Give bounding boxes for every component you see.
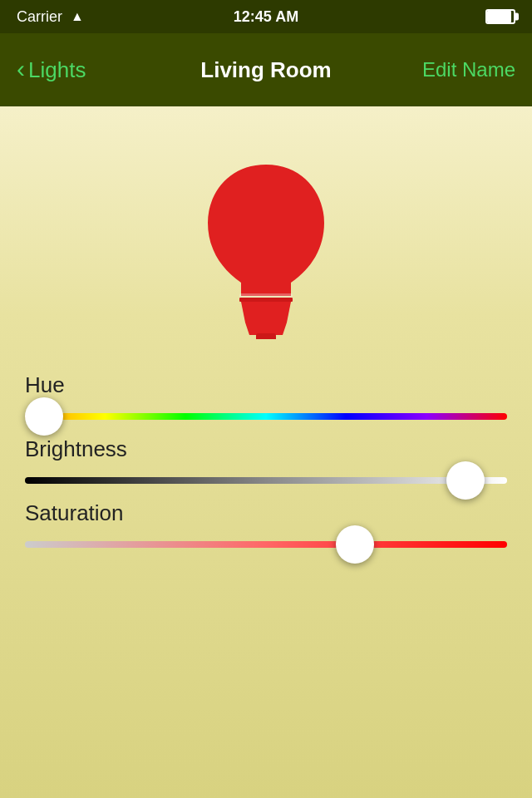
- saturation-slider[interactable]: [25, 541, 507, 548]
- main-content: Hue Brightness Saturation: [0, 106, 532, 798]
- page-title: Living Room: [133, 57, 399, 83]
- svg-rect-2: [256, 333, 276, 339]
- status-time: 12:45 AM: [234, 8, 298, 26]
- status-left: Carrier ▲: [17, 8, 84, 26]
- carrier-label: Carrier: [17, 8, 62, 26]
- brightness-label: Brightness: [25, 436, 507, 462]
- hue-slider-wrapper: [25, 413, 507, 420]
- saturation-section: Saturation: [25, 500, 507, 548]
- chevron-left-icon: ‹: [17, 57, 25, 81]
- nav-bar: ‹ Lights Living Room Edit Name: [0, 33, 532, 106]
- status-bar: Carrier ▲ 12:45 AM: [0, 0, 532, 33]
- bulb-container: [25, 131, 507, 364]
- battery-icon: [485, 9, 515, 24]
- svg-rect-1: [239, 298, 293, 302]
- back-label: Lights: [28, 57, 86, 83]
- saturation-label: Saturation: [25, 500, 507, 526]
- back-button[interactable]: ‹ Lights: [17, 57, 133, 83]
- hue-label: Hue: [25, 372, 507, 398]
- brightness-slider-wrapper: [25, 477, 507, 484]
- battery-fill: [487, 11, 511, 22]
- saturation-slider-wrapper: [25, 541, 507, 548]
- edit-name-button[interactable]: Edit Name: [399, 58, 515, 81]
- wifi-icon: ▲: [71, 9, 84, 24]
- brightness-slider[interactable]: [25, 477, 507, 484]
- bulb-icon: [200, 156, 332, 339]
- hue-slider[interactable]: [25, 413, 507, 420]
- brightness-section: Brightness: [25, 436, 507, 484]
- hue-section: Hue: [25, 372, 507, 420]
